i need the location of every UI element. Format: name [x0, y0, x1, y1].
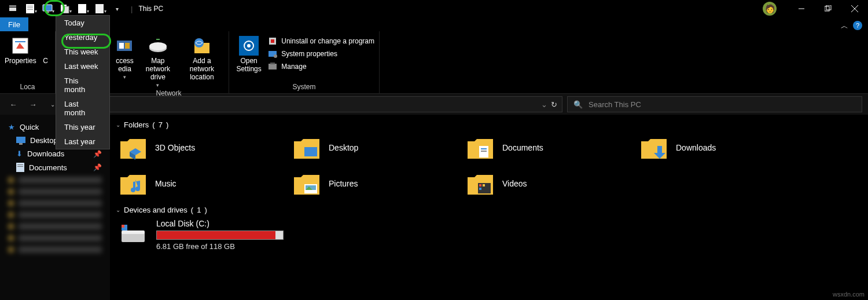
search-placeholder: Search This PC: [589, 100, 641, 109]
properties-label: Properties: [5, 57, 36, 65]
help-icon[interactable]: ?: [853, 21, 862, 30]
folder-desktop[interactable]: Desktop: [293, 134, 466, 162]
dropdown-item-this-month[interactable]: This month: [56, 74, 109, 97]
svg-rect-37: [16, 163, 24, 172]
sidebar-item-redacted: [0, 209, 110, 221]
address-dropdown-icon[interactable]: ⌄: [541, 100, 547, 109]
svg-rect-2: [26, 4, 34, 13]
uninstall-program-button[interactable]: Uninstall or change a program: [267, 36, 374, 46]
svg-rect-1: [9, 5, 16, 7]
download-icon: ⬇: [16, 149, 23, 158]
svg-rect-30: [271, 39, 274, 43]
folder-pictures[interactable]: Pictures: [293, 170, 466, 197]
svg-rect-35: [16, 137, 25, 143]
add-network-location-button[interactable]: Add a network location: [180, 34, 224, 81]
window-title: This PC: [138, 5, 163, 13]
svg-rect-39: [17, 166, 23, 167]
qat-file-icon[interactable]: ▾: [22, 2, 38, 15]
dropdown-item-last-week[interactable]: Last week: [56, 59, 109, 74]
folder-documents[interactable]: Documents: [466, 134, 640, 162]
map-network-drive-button[interactable]: Map network drive ▾: [139, 34, 176, 88]
svg-rect-4: [27, 8, 33, 8]
folder-downloads[interactable]: Downloads: [640, 134, 814, 162]
folder-icon: [293, 170, 321, 197]
search-box[interactable]: 🔍 Search This PC: [567, 96, 862, 112]
svg-rect-42: [481, 148, 487, 149]
svg-rect-49: [483, 184, 485, 186]
folder-music[interactable]: Music: [119, 170, 293, 197]
globe-folder-icon: [192, 36, 212, 56]
content-pane: ⌄ Folders (7) 3D Objects Desktop Documen…: [110, 115, 868, 300]
chevron-down-icon: ⌄: [116, 207, 120, 213]
sidebar-item-redacted: [0, 186, 110, 197]
drive-icon: [148, 36, 168, 56]
properties-button[interactable]: Properties: [5, 34, 36, 65]
sidebar-item-redacted: [0, 221, 110, 232]
svg-rect-11: [95, 4, 104, 13]
refresh-button[interactable]: ↻: [551, 100, 557, 109]
user-avatar-icon[interactable]: 🧑: [763, 2, 777, 16]
svg-point-28: [247, 44, 251, 47]
system-properties-icon: [267, 49, 278, 59]
properties-icon: [10, 36, 30, 56]
dropdown-item-last-month[interactable]: Last month: [56, 97, 109, 120]
folder-icon: [119, 170, 147, 197]
back-button[interactable]: ←: [6, 97, 21, 112]
qat-paste-icon[interactable]: ▾: [74, 2, 90, 15]
qat-tool-icon[interactable]: [5, 2, 21, 15]
system-properties-button[interactable]: System properties: [267, 49, 374, 59]
title-bar: ▾ ▾ ▾ ▾ ▾ ▾ | This PC 🧑: [0, 0, 868, 17]
open-icon: [36, 36, 56, 56]
ribbon-tabs: File: [0, 17, 868, 31]
svg-rect-47: [479, 184, 481, 186]
svg-rect-3: [27, 6, 33, 6]
svg-rect-13: [825, 6, 829, 11]
qat-blank-icon[interactable]: ▾: [91, 2, 108, 15]
sidebar-item-documents[interactable]: Documents 📌: [0, 160, 110, 174]
dropdown-item-this-year[interactable]: This year: [56, 120, 109, 134]
dropdown-item-last-year[interactable]: Last year: [56, 134, 109, 149]
location-group-label: Loca: [5, 82, 50, 92]
folder-videos[interactable]: Videos: [466, 170, 640, 197]
media-icon: [115, 36, 134, 56]
dropdown-item-today[interactable]: Today: [56, 16, 109, 30]
ribbon-collapse-icon[interactable]: ︿: [841, 21, 848, 31]
svg-rect-36: [19, 143, 23, 145]
svg-rect-10: [78, 4, 86, 13]
open-button-truncated[interactable]: C: [40, 34, 52, 65]
forward-button[interactable]: →: [25, 97, 41, 112]
folder-3d-objects[interactable]: 3D Objects: [119, 134, 293, 162]
navigation-bar: ← → ⌄ 🖥 › PC › ⌄ ↻ 🔍 Search This PC: [0, 94, 868, 115]
close-button[interactable]: [841, 0, 868, 17]
open-settings-button[interactable]: Open Settings: [234, 34, 264, 73]
maximize-button[interactable]: [815, 0, 841, 17]
address-bar[interactable]: 🖥 › PC › ⌄ ↻: [65, 96, 562, 112]
highlight-circle-yesterday: [61, 34, 111, 49]
file-tab[interactable]: File: [0, 17, 28, 31]
sidebar-item-redacted: [0, 197, 110, 209]
manage-icon: [267, 61, 278, 72]
drive-icon: [119, 219, 147, 247]
access-media-button[interactable]: ccess edia ▾: [113, 34, 136, 80]
desktop-icon: [16, 137, 25, 145]
folder-icon: [119, 134, 147, 162]
uninstall-icon: [267, 36, 278, 46]
search-icon: 🔍: [573, 100, 583, 109]
qat-customize-icon[interactable]: ▾: [109, 2, 125, 15]
svg-rect-40: [304, 147, 317, 156]
svg-rect-38: [17, 164, 23, 165]
system-group-label: System: [234, 82, 374, 92]
pin-icon: 📌: [93, 163, 102, 171]
document-icon: [16, 163, 24, 172]
drives-section-header[interactable]: ⌄ Devices and drives (1): [116, 206, 862, 214]
minimize-button[interactable]: [788, 0, 815, 17]
svg-point-32: [274, 54, 277, 58]
title-divider: |: [131, 5, 133, 13]
folder-icon: [640, 134, 668, 162]
svg-rect-34: [270, 63, 275, 64]
manage-button[interactable]: Manage: [267, 61, 374, 72]
folders-section-header[interactable]: ⌄ Folders (7): [116, 120, 862, 129]
svg-rect-18: [117, 41, 132, 51]
sidebar-item-redacted: [0, 244, 110, 255]
drive-local-disk-c[interactable]: Local Disk (C:) 6.81 GB free of 118 GB: [119, 219, 862, 251]
